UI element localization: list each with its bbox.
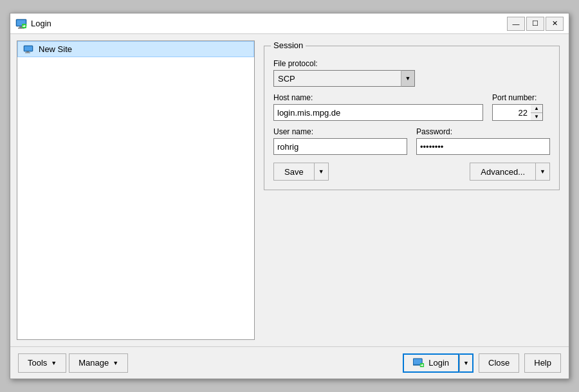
- svg-rect-10: [26, 51, 29, 53]
- tools-button[interactable]: Tools ▼: [18, 353, 66, 373]
- window-title: Login: [31, 19, 507, 28]
- host-name-input[interactable]: [273, 104, 483, 121]
- manage-dropdown-icon: ▼: [113, 360, 118, 366]
- save-button[interactable]: Save: [273, 163, 315, 181]
- svg-rect-11: [25, 52, 30, 53]
- login-button[interactable]: Login: [403, 353, 459, 373]
- file-protocol-label: File protocol:: [273, 59, 550, 68]
- window-body: New Site Session File protocol: SCP SFTP…: [10, 34, 569, 346]
- save-dropdown-button[interactable]: ▼: [315, 163, 329, 181]
- login-dropdown-button[interactable]: ▼: [459, 353, 473, 373]
- user-name-input[interactable]: [273, 138, 407, 155]
- advanced-dropdown-button[interactable]: ▼: [536, 163, 550, 181]
- port-spin-buttons: ▲ ▼: [531, 104, 543, 121]
- session-group: Session File protocol: SCP SFTP FTP WebD…: [264, 46, 560, 190]
- footer-right-buttons: Login ▼ Close Help: [403, 353, 561, 373]
- user-name-field: User name:: [273, 127, 407, 155]
- port-increment-button[interactable]: ▲: [531, 105, 542, 113]
- site-tree-panel: New Site: [17, 40, 255, 340]
- password-label: Password:: [416, 127, 550, 136]
- new-site-label: New Site: [39, 44, 72, 54]
- file-protocol-select-wrapper: SCP SFTP FTP WebDAV S3 ▼: [273, 70, 415, 87]
- login-btn-group: Login ▼: [403, 353, 473, 373]
- session-panel: Session File protocol: SCP SFTP FTP WebD…: [255, 34, 569, 346]
- footer: Tools ▼ Manage ▼ Login: [10, 346, 569, 379]
- window-controls: — ☐ ✕: [507, 17, 564, 31]
- title-bar: Login — ☐ ✕: [10, 13, 569, 34]
- close-button-footer[interactable]: Close: [479, 353, 519, 373]
- advanced-btn-group: Advanced... ▼: [470, 163, 550, 181]
- port-number-wrapper: ▲ ▼: [492, 104, 550, 121]
- user-pass-row: User name: Password:: [273, 127, 550, 155]
- session-buttons-row: Save ▼ Advanced... ▼: [273, 163, 550, 181]
- port-number-label: Port number:: [492, 93, 550, 102]
- password-input[interactable]: [416, 138, 550, 155]
- advanced-button[interactable]: Advanced...: [470, 163, 536, 181]
- host-name-label: Host name:: [273, 93, 483, 102]
- user-name-label: User name:: [273, 127, 407, 136]
- port-number-field: Port number: ▲ ▼: [492, 93, 550, 121]
- save-btn-group: Save ▼: [273, 163, 329, 181]
- svg-rect-16: [421, 364, 423, 365]
- maximize-button[interactable]: ☐: [526, 17, 544, 31]
- login-window: Login — ☐ ✕ New Site: [10, 13, 569, 379]
- port-number-input[interactable]: [492, 104, 531, 121]
- file-protocol-field: File protocol: SCP SFTP FTP WebDAV S3 ▼: [273, 59, 550, 87]
- close-button[interactable]: ✕: [546, 17, 564, 31]
- file-protocol-select[interactable]: SCP SFTP FTP WebDAV S3: [273, 70, 415, 87]
- host-name-field: Host name:: [273, 93, 483, 121]
- new-site-item[interactable]: New Site: [17, 41, 254, 57]
- host-port-row: Host name: Port number: ▲ ▼: [273, 93, 550, 121]
- port-decrement-button[interactable]: ▼: [531, 113, 542, 121]
- session-legend: Session: [271, 40, 306, 50]
- tools-label: Tools: [28, 358, 47, 368]
- minimize-button[interactable]: —: [507, 17, 525, 31]
- help-button[interactable]: Help: [524, 353, 561, 373]
- svg-rect-7: [23, 26, 24, 27]
- footer-left-buttons: Tools ▼ Manage ▼: [18, 353, 128, 373]
- svg-rect-9: [24, 46, 32, 51]
- manage-button[interactable]: Manage ▼: [69, 353, 128, 373]
- tools-dropdown-icon: ▼: [51, 360, 57, 366]
- login-label: Login: [428, 358, 449, 368]
- monitor-icon: [23, 45, 35, 54]
- app-icon: [15, 18, 27, 30]
- password-field: Password:: [416, 127, 550, 155]
- manage-label: Manage: [78, 358, 109, 368]
- login-icon: [413, 358, 425, 368]
